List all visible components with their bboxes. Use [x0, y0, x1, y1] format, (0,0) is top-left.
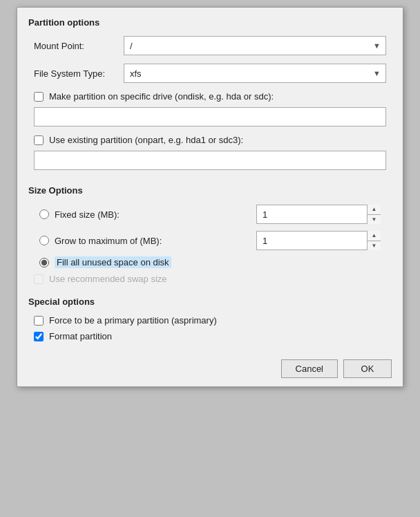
fixed-size-arrows: ▲ ▼	[367, 205, 381, 224]
swap-size-checkbox[interactable]	[34, 274, 44, 284]
file-system-row: File System Type: xfs ext4 ext3 ext2 btr…	[17, 61, 403, 86]
dialog-button-row: Cancel OK	[17, 351, 403, 386]
mount-point-label: Mount Point:	[34, 41, 124, 51]
mount-point-select[interactable]: / /boot /home /var swap	[124, 36, 386, 55]
fixed-size-down-button[interactable]: ▼	[368, 215, 381, 225]
size-options-group: Fixed size (MB): ▲ ▼ Grow to maximum of …	[17, 201, 403, 287]
fixed-size-up-button[interactable]: ▲	[368, 205, 381, 215]
format-label: Format partition	[49, 331, 112, 341]
ondisk-checkbox[interactable]	[34, 92, 44, 102]
onpart-checkbox[interactable]	[34, 135, 44, 145]
file-system-select-wrapper: xfs ext4 ext3 ext2 btrfs swap ▼	[124, 64, 386, 83]
fixed-size-radio[interactable]	[39, 209, 49, 219]
ondisk-input[interactable]	[34, 107, 386, 126]
grow-max-row: Grow to maximum of (MB): ▲ ▼	[17, 227, 403, 254]
grow-max-input[interactable]	[256, 231, 381, 250]
onpart-checkbox-row: Use existing partition (onpart, e.g. hda…	[17, 132, 403, 148]
ondisk-checkbox-row: Make partition on specific drive (ondisk…	[17, 88, 403, 104]
file-system-select[interactable]: xfs ext4 ext3 ext2 btrfs swap	[124, 64, 386, 83]
format-row: Format partition	[17, 328, 403, 351]
onpart-input[interactable]	[34, 151, 386, 170]
grow-max-label: Grow to maximum of (MB):	[55, 236, 251, 246]
asprimary-checkbox[interactable]	[34, 316, 44, 326]
size-options-title: Size Options	[17, 176, 403, 201]
fill-unused-label: Fill all unused space on disk	[55, 257, 171, 267]
swap-size-row: Use recommended swap size	[17, 271, 403, 287]
fixed-size-input[interactable]	[256, 205, 381, 224]
onpart-label: Use existing partition (onpart, e.g. hda…	[49, 135, 243, 145]
fixed-size-label: Fixed size (MB):	[55, 209, 251, 220]
swap-size-label: Use recommended swap size	[49, 274, 167, 284]
grow-max-up-button[interactable]: ▲	[368, 231, 381, 241]
partition-options-title: Partition options	[17, 8, 403, 33]
fill-unused-radio[interactable]	[39, 258, 49, 267]
fixed-size-row: Fixed size (MB): ▲ ▼	[17, 201, 403, 227]
grow-max-arrows: ▲ ▼	[367, 231, 381, 250]
ondisk-label: Make partition on specific drive (ondisk…	[49, 91, 274, 102]
mount-point-select-wrapper: / /boot /home /var swap ▼	[124, 36, 386, 55]
partition-dialog: Partition options Mount Point: / /boot /…	[17, 7, 403, 387]
file-system-label: File System Type:	[34, 68, 124, 79]
format-checkbox[interactable]	[34, 332, 44, 341]
fixed-size-spinbox: ▲ ▼	[256, 205, 381, 224]
special-options-title: Special options	[17, 287, 403, 312]
ok-button[interactable]: OK	[343, 359, 392, 378]
mount-point-row: Mount Point: / /boot /home /var swap ▼	[17, 33, 403, 58]
asprimary-row: Force to be a primary partition (asprima…	[17, 312, 403, 328]
grow-max-spinbox: ▲ ▼	[256, 231, 381, 250]
grow-max-down-button[interactable]: ▼	[368, 241, 381, 251]
cancel-button[interactable]: Cancel	[281, 359, 338, 378]
asprimary-label: Force to be a primary partition (asprima…	[49, 315, 217, 326]
fill-unused-row: Fill all unused space on disk	[17, 254, 403, 271]
grow-max-radio[interactable]	[39, 236, 49, 245]
